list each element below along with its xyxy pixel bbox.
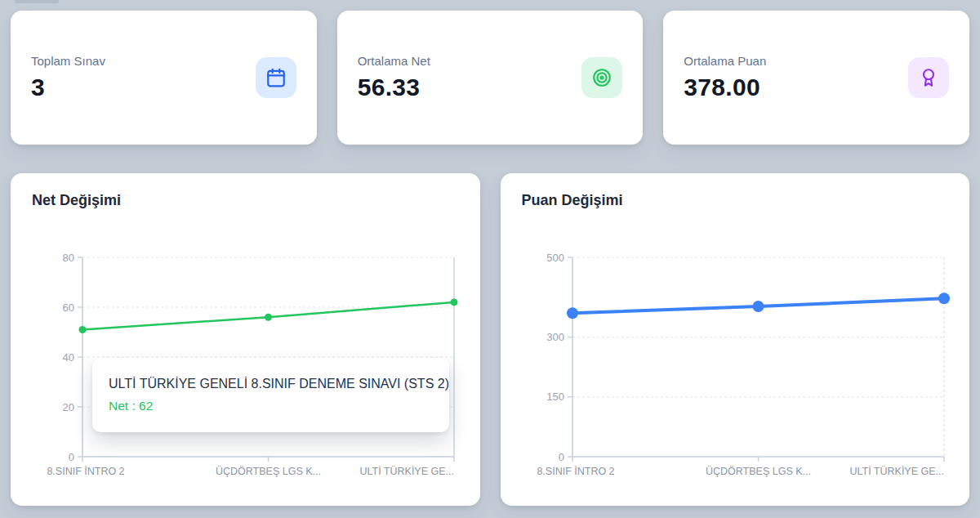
target-icon — [581, 57, 622, 98]
svg-text:40: 40 — [63, 351, 74, 364]
svg-text:0: 0 — [558, 451, 564, 463]
stat-value: 56.33 — [358, 74, 430, 101]
svg-text:500: 500 — [546, 252, 564, 264]
calendar-icon — [256, 57, 296, 98]
stat-value: 3 — [31, 74, 105, 101]
net-change-chart-card: Net Değişimi 0204060808.SINIF İNTRO 2ÜÇD… — [11, 173, 480, 506]
tooltip-exam-title: ULTİ TÜRKİYE GENELİ 8.SINIF DENEME SINAV… — [109, 377, 439, 391]
stat-info: Toplam Sınav 3 — [31, 54, 105, 101]
stat-card-total-exams: Toplam Sınav 3 — [11, 11, 317, 145]
svg-text:ÜÇDÖRTBEŞ LGS K...: ÜÇDÖRTBEŞ LGS K... — [706, 466, 811, 477]
svg-text:8.SINIF İNTRO 2: 8.SINIF İNTRO 2 — [537, 466, 614, 477]
stat-value: 378.00 — [684, 74, 766, 101]
tooltip-net-value: Net : 62 — [109, 399, 439, 413]
stat-label: Ortalama Puan — [684, 54, 766, 68]
chart-tooltip: ULTİ TÜRKİYE GENELİ 8.SINIF DENEME SINAV… — [92, 358, 449, 432]
stat-info: Ortalama Puan 378.00 — [684, 54, 766, 101]
chart-title: Net Değişimi — [32, 192, 121, 209]
award-icon — [908, 57, 949, 98]
svg-text:8.SINIF İNTRO 2: 8.SINIF İNTRO 2 — [47, 466, 124, 477]
stats-row: Toplam Sınav 3 Ortalama Net 56.33 — [11, 11, 969, 145]
score-change-chart-card: Puan Değişimi 01503005008.SINIF İNTRO 2Ü… — [501, 173, 970, 506]
svg-text:80: 80 — [63, 252, 74, 264]
stat-card-average-net: Ortalama Net 56.33 — [337, 11, 644, 145]
stat-card-average-score: Ortalama Puan 378.00 — [663, 11, 969, 145]
top-edge-remnant-bar — [15, 0, 59, 3]
svg-text:60: 60 — [63, 301, 74, 314]
stat-label: Toplam Sınav — [31, 54, 105, 68]
chart-title: Puan Değişimi — [522, 192, 623, 209]
svg-text:ÜÇDÖRTBEŞ LGS K...: ÜÇDÖRTBEŞ LGS K... — [216, 466, 321, 477]
svg-text:150: 150 — [546, 391, 564, 403]
svg-text:300: 300 — [546, 331, 564, 343]
score-line-chart[interactable]: 01503005008.SINIF İNTRO 2ÜÇDÖRTBEŞ LGS K… — [543, 251, 951, 488]
stat-info: Ortalama Net 56.33 — [358, 54, 430, 101]
svg-text:20: 20 — [63, 401, 74, 413]
stat-label: Ortalama Net — [358, 54, 430, 68]
charts-row: Net Değişimi 0204060808.SINIF İNTRO 2ÜÇD… — [11, 173, 969, 506]
svg-text:0: 0 — [69, 451, 74, 463]
svg-text:ULTİ TÜRKİYE GE...: ULTİ TÜRKİYE GE... — [359, 466, 454, 477]
svg-text:ULTİ TÜRKİYE GE...: ULTİ TÜRKİYE GE... — [849, 466, 944, 477]
